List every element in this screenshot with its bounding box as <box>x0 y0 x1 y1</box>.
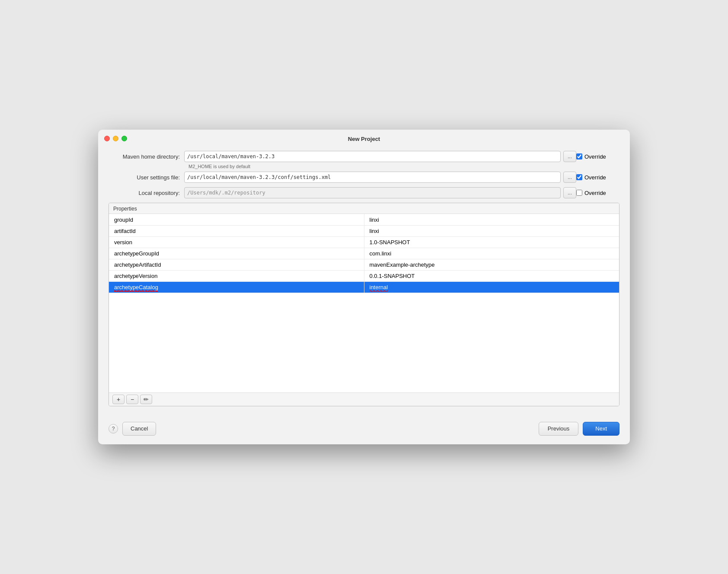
property-value: 0.0.1-SNAPSHOT <box>364 270 619 281</box>
maven-home-override-checkbox[interactable] <box>576 153 582 159</box>
maven-home-browse-button[interactable]: ... <box>563 151 576 162</box>
local-repo-override-checkbox[interactable] <box>576 190 582 196</box>
close-button[interactable] <box>104 136 110 141</box>
property-key: groupId <box>109 214 364 225</box>
table-row[interactable]: archetypeVersion0.0.1-SNAPSHOT <box>109 270 619 281</box>
property-key: archetypeGroupId <box>109 248 364 259</box>
table-row[interactable]: artifactIdlinxi <box>109 225 619 236</box>
property-value: linxi <box>364 214 619 225</box>
user-settings-override-checkbox[interactable] <box>576 174 582 180</box>
previous-button[interactable]: Previous <box>539 422 579 436</box>
property-value: 1.0-SNAPSHOT <box>364 236 619 248</box>
help-button[interactable]: ? <box>109 424 118 434</box>
table-row[interactable]: archetypeGroupIdcom.linxi <box>109 248 619 259</box>
local-repo-input[interactable] <box>184 187 561 198</box>
title-bar: New Project <box>98 130 630 147</box>
maven-home-label: Maven home directory: <box>109 153 184 160</box>
property-key: version <box>109 236 364 248</box>
property-value: internal <box>364 281 619 293</box>
local-repo-override-label: Override <box>584 190 606 196</box>
dialog-body: Maven home directory: ... Override M2_HO… <box>98 147 630 415</box>
window-controls <box>104 136 127 141</box>
remove-property-button[interactable]: − <box>126 395 138 404</box>
footer-left: ? Cancel <box>109 422 156 436</box>
property-key: archetypeVersion <box>109 270 364 281</box>
properties-toolbar: + − ✏ <box>109 392 619 406</box>
property-value: linxi <box>364 225 619 236</box>
maven-home-override-label: Override <box>584 153 606 160</box>
properties-empty-area <box>109 293 619 392</box>
local-repo-input-wrap: ... <box>184 187 576 198</box>
property-value: mavenExample-archetype <box>364 259 619 270</box>
table-row[interactable]: archetypeCataloginternal <box>109 281 619 293</box>
next-button[interactable]: Next <box>583 422 619 436</box>
properties-legend: Properties <box>109 203 619 214</box>
minimize-button[interactable] <box>113 136 118 141</box>
maven-home-hint: M2_HOME is used by default <box>188 164 619 169</box>
table-row[interactable]: groupIdlinxi <box>109 214 619 225</box>
maven-home-input-wrap: ... <box>184 151 576 162</box>
maven-home-override-wrap: Override <box>576 153 619 160</box>
edit-property-button[interactable]: ✏ <box>140 395 152 404</box>
maven-home-row: Maven home directory: ... Override <box>109 151 619 162</box>
user-settings-browse-button[interactable]: ... <box>563 172 576 183</box>
user-settings-override-wrap: Override <box>576 174 619 181</box>
footer-right: Previous Next <box>539 422 619 436</box>
cancel-button[interactable]: Cancel <box>122 422 156 436</box>
maximize-button[interactable] <box>121 136 127 141</box>
local-repo-override-wrap: Override <box>576 190 619 196</box>
table-row[interactable]: version1.0-SNAPSHOT <box>109 236 619 248</box>
local-repo-row: Local repository: ... Override <box>109 187 619 198</box>
add-property-button[interactable]: + <box>112 395 125 404</box>
user-settings-label: User settings file: <box>109 174 184 181</box>
table-row[interactable]: archetypeArtifactIdmavenExample-archetyp… <box>109 259 619 270</box>
dialog-footer: ? Cancel Previous Next <box>98 415 630 444</box>
maven-home-input[interactable] <box>184 151 561 162</box>
property-key: archetypeCatalog <box>109 281 364 293</box>
local-repo-label: Local repository: <box>109 190 184 196</box>
property-value: com.linxi <box>364 248 619 259</box>
new-project-dialog: New Project Maven home directory: ... Ov… <box>98 130 630 444</box>
property-key: archetypeArtifactId <box>109 259 364 270</box>
dialog-title: New Project <box>348 136 380 142</box>
user-settings-override-label: Override <box>584 174 606 181</box>
user-settings-input[interactable] <box>184 172 561 183</box>
properties-table: groupIdlinxiartifactIdlinxiversion1.0-SN… <box>109 214 619 293</box>
properties-group: Properties groupIdlinxiartifactIdlinxive… <box>109 203 619 406</box>
user-settings-row: User settings file: ... Override <box>109 172 619 183</box>
local-repo-browse-button[interactable]: ... <box>563 187 576 198</box>
property-key: artifactId <box>109 225 364 236</box>
user-settings-input-wrap: ... <box>184 172 576 183</box>
